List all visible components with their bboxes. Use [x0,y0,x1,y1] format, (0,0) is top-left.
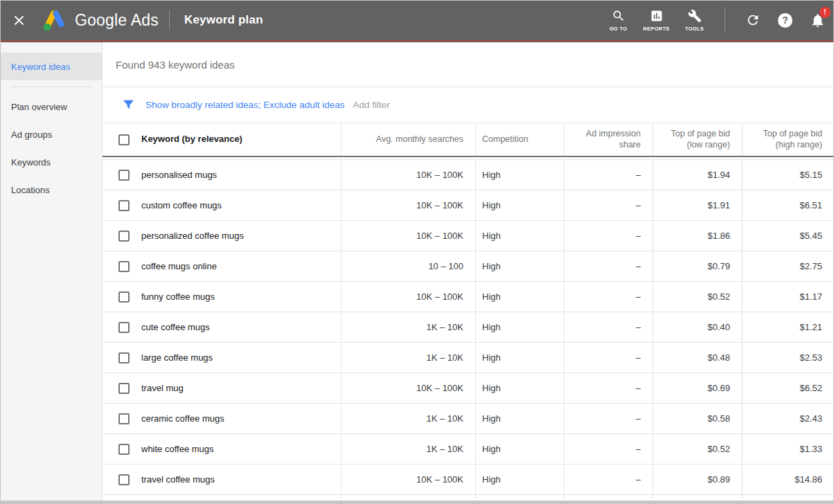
row-checkbox[interactable] [118,444,130,455]
low-bid-cell: $0.48 [653,343,742,372]
high-bid-cell: $14.86 [742,465,834,494]
high-bid-cell: $2.53 [742,343,834,372]
ad-impression-share-cell: – [564,373,653,403]
notifications-button[interactable]: ! [801,12,834,28]
low-bid-cell: $0.89 [653,465,742,494]
page-title: Keyword plan [184,13,263,27]
window-frame-bottom [0,501,834,504]
ad-impression-share-cell: – [564,160,653,190]
row-checkbox[interactable] [118,170,130,181]
row-checkbox[interactable] [118,383,130,394]
results-summary: Found 943 keyword ideas [103,42,834,87]
ad-impression-share-cell: – [564,465,653,494]
table-row[interactable]: travel coffee mugs 10K – 100K High – $0.… [103,465,834,495]
searches-cell: 10K – 100K [341,190,475,220]
search-icon [612,9,626,23]
high-bid-cell: $5.15 [742,160,834,190]
ad-impression-share-cell: – [564,312,653,342]
competition-cell: High [475,465,564,494]
searches-cell: 1K – 10K [341,434,475,464]
table-row[interactable]: funny coffee mugs 10K – 100K High – $0.5… [103,282,834,312]
low-bid-cell: $1.94 [653,160,742,190]
low-bid-cell: $1.86 [653,221,742,251]
competition-cell: High [475,434,564,464]
competition-cell: High [475,282,564,312]
bar-chart-icon [650,9,664,23]
searches-cell: 1K – 10K [341,312,475,342]
sidebar: Keyword ideas Plan overview Ad groups Ke… [0,42,103,503]
close-icon[interactable] [11,12,27,28]
column-header-competition[interactable]: Competition [475,123,564,156]
column-header-ad-impression-share[interactable]: Ad impression share [564,123,653,156]
table-row[interactable]: personalised mugs 10K – 100K High – $1.9… [103,160,834,190]
high-bid-cell: $5.45 [742,221,834,251]
competition-cell: High [475,343,564,372]
notification-badge: ! [819,7,831,18]
row-checkbox[interactable] [118,261,130,272]
google-ads-logo-icon [41,8,69,32]
row-checkbox[interactable] [118,291,130,303]
keyword-cell: coffee mugs online [141,261,217,271]
tools-button[interactable]: TOOLS [675,9,713,32]
high-bid-cell: $6.51 [742,190,834,220]
high-bid-cell: $2.75 [742,251,834,281]
wrench-icon [688,9,702,23]
keyword-cell: funny coffee mugs [141,291,215,302]
searches-cell: 10K – 100K [341,282,475,312]
keyword-cell: custom coffee mugs [141,200,222,210]
row-checkbox[interactable] [118,200,130,211]
sidebar-item-keyword-ideas[interactable]: Keyword ideas [0,53,102,80]
ad-impression-share-cell: – [564,404,653,433]
column-header-keyword[interactable]: Keyword (by relevance) [141,134,242,145]
reports-button[interactable]: REPORTS [637,9,675,32]
table-row[interactable]: white coffee mugs 1K – 10K High – $0.52 … [103,434,834,465]
low-bid-cell: $0.79 [653,251,742,281]
low-bid-cell: $0.58 [653,404,742,433]
row-checkbox[interactable] [118,413,130,424]
searches-cell: 10K – 100K [341,221,475,251]
partial-row [103,495,834,499]
app-name: Google Ads [75,11,159,30]
table-row[interactable]: coffee mugs online 10 – 100 High – $0.79… [103,251,834,282]
column-header-high-bid[interactable]: Top of page bid (high range) [742,123,834,156]
row-checkbox[interactable] [118,231,130,242]
keyword-cell: travel coffee mugs [141,474,215,485]
goto-button[interactable]: GO TO [599,9,637,32]
keyword-cell: white coffee mugs [141,444,214,454]
top-app-bar: Google Ads Keyword plan GO TO REPORTS TO… [0,0,834,40]
table-row[interactable]: ceramic coffee mugs 1K – 10K High – $0.5… [103,404,834,434]
table-row[interactable]: personalized coffee mugs 10K – 100K High… [103,221,834,251]
column-header-low-bid[interactable]: Top of page bid (low range) [653,123,742,156]
active-filters-link[interactable]: Show broadly related ideas; Exclude adul… [145,100,344,110]
row-checkbox[interactable] [118,474,130,485]
searches-cell: 1K – 10K [341,343,475,372]
competition-cell: High [475,312,564,342]
high-bid-cell: $6.52 [742,373,834,403]
low-bid-cell: $1.91 [653,190,742,220]
table-row[interactable]: cute coffee mugs 1K – 10K High – $0.40 $… [103,312,834,343]
add-filter-button[interactable]: Add filter [353,100,389,110]
table-row[interactable]: large coffee mugs 1K – 10K High – $0.48 … [103,343,834,373]
refresh-icon[interactable] [736,12,769,28]
main-panel: Found 943 keyword ideas Show broadly rel… [103,42,834,503]
help-button[interactable]: ? [769,13,801,28]
row-checkbox[interactable] [118,352,130,363]
column-header-searches[interactable]: Avg. monthly searches [341,123,475,156]
ad-impression-share-cell: – [564,343,653,372]
table-row[interactable]: travel mug 10K – 100K High – $0.69 $6.52 [103,373,834,404]
select-all-checkbox[interactable] [118,134,130,145]
sidebar-item-plan-overview[interactable]: Plan overview [0,93,102,120]
sidebar-item-keywords[interactable]: Keywords [0,148,102,176]
filter-funnel-icon [122,98,135,111]
low-bid-cell: $0.52 [653,282,742,312]
row-checkbox[interactable] [118,322,130,333]
high-bid-cell: $1.17 [742,282,834,312]
sidebar-item-ad-groups[interactable]: Ad groups [0,120,102,148]
ad-impression-share-cell: – [564,190,653,220]
ad-impression-share-cell: – [564,251,653,281]
sidebar-item-locations[interactable]: Locations [0,176,102,204]
table-body: personalised mugs 10K – 100K High – $1.9… [103,159,834,495]
keyword-cell: ceramic coffee mugs [141,413,224,424]
table-row[interactable]: custom coffee mugs 10K – 100K High – $1.… [103,190,834,221]
ad-impression-share-cell: – [564,282,653,312]
